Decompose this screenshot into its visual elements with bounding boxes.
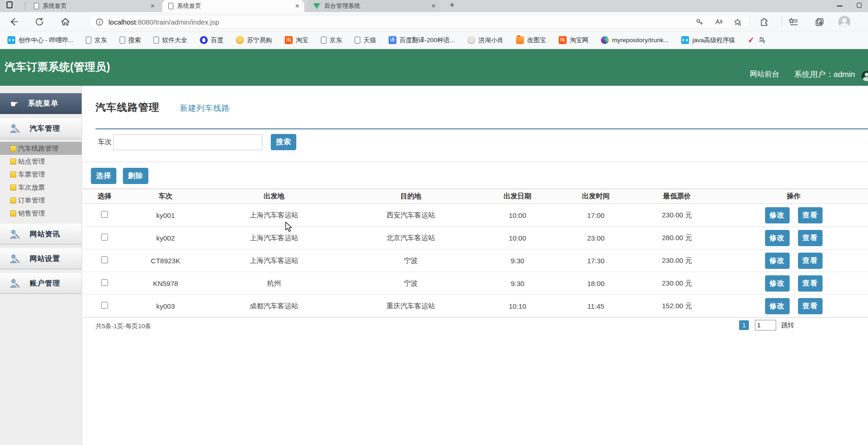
bookmark-item[interactable]: 苏宁易购 xyxy=(236,36,272,44)
sidebar-item-sales-mgmt[interactable]: 销售管理 xyxy=(0,207,82,220)
sidebar-item-order-mgmt[interactable]: 订单管理 xyxy=(0,194,82,207)
bookmark-item[interactable]: 软件大全 xyxy=(153,36,187,44)
tab-close-icon[interactable]: ✕ xyxy=(150,3,155,9)
row-checkbox[interactable] xyxy=(101,211,108,218)
url-text[interactable]: localhost:8080/train/admin/index.jsp xyxy=(108,18,696,26)
sidebar-item-trip-release[interactable]: 车次放票 xyxy=(0,181,82,194)
delete-button[interactable]: 删除 xyxy=(123,168,148,184)
current-page-button[interactable]: 1 xyxy=(739,320,749,330)
sidebar-item-ticket-mgmt[interactable]: 车票管理 xyxy=(0,168,82,181)
row-checkbox[interactable] xyxy=(101,234,108,241)
window-restore-button[interactable] xyxy=(857,3,862,8)
edit-button[interactable]: 修改 xyxy=(765,275,790,292)
bilibili-icon xyxy=(7,36,15,44)
bookmark-item[interactable]: 搜索 xyxy=(120,36,141,44)
sidebar: ☛ 系统菜单 汽车管理 汽车线路管理 站点管理 车票管理 xyxy=(0,86,82,445)
bookmark-item[interactable]: 百度翻译-200种语... xyxy=(389,36,455,44)
bookmark-item[interactable]: java高级程序猿 xyxy=(681,36,735,44)
col-depart-time: 出发时间 xyxy=(557,189,635,204)
edit-button[interactable]: 修改 xyxy=(765,298,790,314)
taobao-icon xyxy=(285,36,293,44)
bookmark-item[interactable]: 改图宝 xyxy=(516,36,546,44)
new-tab-button[interactable]: + xyxy=(447,0,458,11)
suning-lion-icon xyxy=(236,36,244,44)
user-edit-icon xyxy=(9,229,20,240)
page-title: 汽车线路管理 xyxy=(96,101,160,114)
page-icon xyxy=(86,37,91,44)
jump-button[interactable]: 跳转 xyxy=(781,321,794,330)
bookmark-item[interactable]: 京东 xyxy=(321,36,342,44)
bookmark-item[interactable]: 天猫 xyxy=(355,36,376,44)
header-user-icon[interactable] xyxy=(862,71,868,81)
train-number-input[interactable] xyxy=(113,134,262,150)
user-edit-icon xyxy=(9,253,20,264)
yellow-square-icon xyxy=(10,159,16,165)
read-aloud-icon[interactable] xyxy=(715,18,722,26)
yellow-square-icon xyxy=(10,146,16,152)
col-depart-date: 出发日期 xyxy=(478,189,557,204)
page-icon xyxy=(321,37,326,44)
bookmark-item[interactable]: 淘宝网 xyxy=(559,36,589,44)
portal-front-link[interactable]: 网站前台 xyxy=(750,70,779,79)
row-checkbox[interactable] xyxy=(101,302,108,309)
sidebar-item-station-mgmt[interactable]: 站点管理 xyxy=(0,155,82,168)
browser-tab-1[interactable]: 系统首页 ✕ xyxy=(28,0,160,12)
edit-button[interactable]: 修改 xyxy=(765,253,790,269)
address-bar[interactable]: localhost:8080/train/admin/index.jsp xyxy=(89,15,750,29)
system-user-label: 系统用户：admin xyxy=(794,69,855,80)
col-train: 车次 xyxy=(127,189,204,204)
orange-folder-icon xyxy=(516,36,524,44)
bookmark-item[interactable]: 淘宝 xyxy=(285,36,308,44)
row-checkbox[interactable] xyxy=(101,279,108,286)
tab-close-icon[interactable]: ✕ xyxy=(431,3,436,9)
view-button[interactable]: 查看 xyxy=(798,253,823,269)
bookmark-item[interactable]: 鸟 xyxy=(748,36,766,44)
collections-icon[interactable] xyxy=(815,17,824,27)
sidebar-section-vehicle-mgmt[interactable]: 汽车管理 xyxy=(0,118,82,139)
favorites-list-icon[interactable] xyxy=(788,17,798,27)
yellow-square-icon xyxy=(10,197,16,203)
main-content: 汽车线路管理 新建列车线路 车次 搜索 选择 删除 选择 车次 出发地 xyxy=(83,86,868,445)
sidebar-section-site-settings[interactable]: 网站设置 xyxy=(0,248,82,269)
sidebar-item-bus-route-mgmt[interactable]: 汽车线路管理 xyxy=(0,142,82,155)
browser-toolbar: localhost:8080/train/admin/index.jsp xyxy=(0,12,868,32)
view-button[interactable]: 查看 xyxy=(798,207,823,223)
bookmark-item[interactable]: 京东 xyxy=(86,36,107,44)
home-icon[interactable] xyxy=(60,17,70,27)
add-favorite-star-icon[interactable] xyxy=(734,18,741,26)
tab-close-icon[interactable]: ✕ xyxy=(295,3,300,9)
edit-button[interactable]: 修改 xyxy=(765,230,790,246)
browser-tab-3[interactable]: 后台管理系统 ✕ xyxy=(307,0,440,12)
edit-button[interactable]: 修改 xyxy=(765,207,790,223)
sidebar-section-site-news[interactable]: 网站资讯 xyxy=(0,224,82,244)
vue-green-favicon-icon xyxy=(313,3,320,9)
bookmark-item[interactable]: myrepository/trunk... xyxy=(601,36,669,44)
row-checkbox[interactable] xyxy=(101,256,108,263)
refresh-icon[interactable] xyxy=(34,17,45,27)
search-field-label: 车次 xyxy=(98,138,112,146)
page-number-input[interactable] xyxy=(755,320,776,331)
select-all-button[interactable]: 选择 xyxy=(91,168,116,184)
extensions-icon[interactable] xyxy=(760,17,769,27)
view-button[interactable]: 查看 xyxy=(798,298,823,314)
site-info-icon[interactable] xyxy=(96,18,103,26)
tab-title: 系统首页 xyxy=(43,2,144,10)
tab-actions-icon[interactable] xyxy=(6,1,13,8)
table-row: CT8923K 上海汽车客运站 宁波 9:30 17:30 230.00 元 修… xyxy=(83,249,868,272)
taobao-icon xyxy=(559,36,567,44)
sidebar-section-account-mgmt[interactable]: 账户管理 xyxy=(0,273,82,293)
bookmark-item[interactable]: 洪湖小肖 xyxy=(467,36,504,44)
bookmark-item[interactable]: 百度 xyxy=(200,36,223,44)
translate-icon xyxy=(389,36,396,44)
back-button-icon[interactable] xyxy=(9,17,19,27)
new-route-link[interactable]: 新建列车线路 xyxy=(180,103,230,114)
bookmark-item[interactable]: 创作中心 - 哔哩哔... xyxy=(7,36,73,44)
search-button[interactable]: 搜索 xyxy=(271,134,296,150)
view-button[interactable]: 查看 xyxy=(798,230,823,246)
window-minimize-button[interactable] xyxy=(837,6,842,6)
profile-avatar[interactable] xyxy=(838,16,850,28)
routes-table: 选择 车次 出发地 目的地 出发日期 出发时间 最低票价 操作 ky001 上海… xyxy=(83,189,868,318)
browser-tab-2-active[interactable]: 系统首页 ✕ xyxy=(162,0,304,12)
view-button[interactable]: 查看 xyxy=(798,275,823,292)
password-key-icon[interactable] xyxy=(696,18,703,26)
